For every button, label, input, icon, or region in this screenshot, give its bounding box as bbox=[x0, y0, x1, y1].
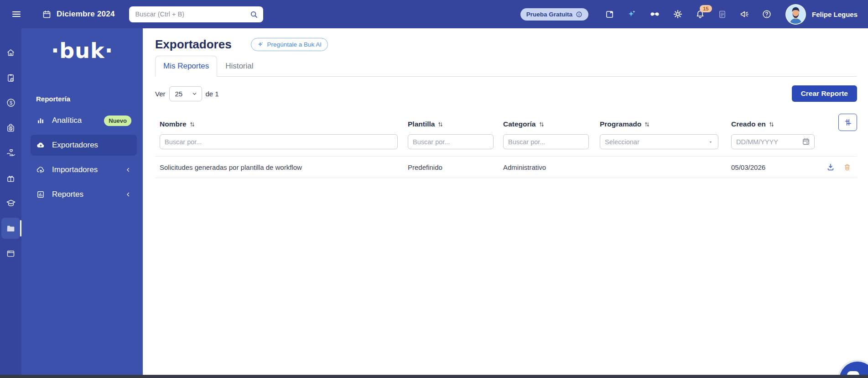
filter-plantilla-input[interactable] bbox=[408, 134, 494, 149]
global-search bbox=[129, 6, 263, 22]
clipboard-clock-icon[interactable] bbox=[1, 67, 20, 88]
table-header-row: Nombre Plantilla Categoría Programado bbox=[155, 113, 857, 128]
chevron-left-icon[interactable] bbox=[125, 191, 131, 198]
topbar: Diciembre 2024 Prueba Gratuita bbox=[0, 0, 868, 28]
sidebar: ·buk· Reportería Analítica Nuevo Exporta… bbox=[21, 28, 143, 378]
ask-buk-ai-button[interactable]: Pregúntale a Buk AI bbox=[251, 38, 328, 51]
bottom-strip bbox=[0, 375, 868, 378]
sort-icon[interactable] bbox=[539, 121, 545, 127]
filter-creado-input[interactable] bbox=[731, 134, 815, 149]
table-row[interactable]: Solicitudes generadas por plantilla de w… bbox=[155, 157, 857, 178]
page-size-suffix: de 1 bbox=[206, 90, 219, 98]
graduation-cap-icon[interactable] bbox=[1, 193, 20, 214]
sidebar-nav: Analítica Nuevo Exportadores Importadore… bbox=[21, 110, 143, 205]
notification-count-badge: 15 bbox=[700, 5, 712, 12]
sidebar-item-exportadores[interactable]: Exportadores bbox=[31, 135, 137, 156]
table-filter-row: Seleccionar bbox=[155, 134, 857, 157]
folder-icon[interactable] bbox=[1, 218, 20, 239]
shell: $ ·buk· Reportería bbox=[0, 28, 868, 378]
page-size-prefix: Ver bbox=[155, 90, 166, 98]
page-title: Exportadores bbox=[155, 37, 232, 52]
search-icon[interactable] bbox=[249, 10, 259, 19]
filter-programado-select[interactable]: Seleccionar bbox=[600, 134, 718, 149]
megaphone-icon[interactable] bbox=[739, 9, 749, 19]
cell-creado-en: 05/03/2026 bbox=[731, 163, 820, 171]
ask-buk-ai-label: Pregúntale a Buk AI bbox=[267, 41, 322, 48]
gear-icon[interactable] bbox=[673, 9, 683, 19]
column-header-nombre: Nombre bbox=[160, 120, 402, 128]
buk-app: Diciembre 2024 Prueba Gratuita bbox=[0, 0, 868, 378]
trash-icon[interactable] bbox=[843, 163, 852, 172]
filter-categoria-input[interactable] bbox=[503, 134, 589, 149]
avatar[interactable] bbox=[785, 4, 806, 25]
info-icon bbox=[576, 11, 582, 18]
sidebar-section-label: Reportería bbox=[36, 95, 143, 103]
reports-table: Nombre Plantilla Categoría Programado bbox=[155, 113, 857, 178]
window-icon[interactable] bbox=[1, 243, 20, 264]
column-header-creado-en: Creado en bbox=[731, 120, 820, 128]
cloud-download-icon bbox=[36, 141, 46, 150]
sidebar-item-importadores[interactable]: Importadores bbox=[31, 159, 137, 180]
sidebar-item-label: Reportes bbox=[52, 190, 83, 199]
page-size-value: 25 bbox=[175, 90, 183, 98]
caret-down-icon bbox=[192, 91, 198, 97]
trial-badge-label: Prueba Gratuita bbox=[526, 11, 572, 18]
calendar-icon bbox=[42, 10, 52, 19]
cloud-upload-icon bbox=[36, 165, 46, 175]
download-icon[interactable] bbox=[826, 163, 835, 172]
column-header-programado: Programado bbox=[600, 120, 726, 128]
sort-icon[interactable] bbox=[437, 121, 443, 127]
bookmark-icon[interactable] bbox=[605, 10, 614, 19]
sort-icon[interactable] bbox=[644, 121, 650, 127]
sort-icon[interactable] bbox=[769, 121, 774, 127]
toolbar: Ver 25 de 1 Crear Reporte bbox=[155, 85, 857, 102]
hand-heart-icon[interactable] bbox=[1, 142, 20, 163]
buk-logo: ·buk· bbox=[21, 38, 143, 63]
sidebar-item-analitica[interactable]: Analítica Nuevo bbox=[31, 110, 137, 131]
sort-icon[interactable] bbox=[189, 121, 195, 127]
home-icon[interactable] bbox=[1, 42, 20, 63]
page-size-control: Ver 25 de 1 bbox=[155, 86, 219, 101]
mustache-icon[interactable] bbox=[649, 9, 660, 20]
column-settings-button[interactable] bbox=[838, 114, 857, 131]
column-header-plantilla: Plantilla bbox=[408, 120, 498, 128]
search-input[interactable] bbox=[129, 6, 263, 22]
period-selector[interactable]: Diciembre 2024 bbox=[42, 10, 115, 19]
menu-icon[interactable] bbox=[11, 9, 22, 20]
sidebar-item-reportes[interactable]: Reportes bbox=[31, 184, 137, 205]
document-icon[interactable] bbox=[717, 10, 727, 19]
dropdown-caret-icon bbox=[708, 139, 713, 145]
sidebar-item-label: Exportadores bbox=[52, 141, 98, 150]
report-chart-icon bbox=[36, 190, 46, 199]
gift-icon[interactable] bbox=[1, 168, 20, 189]
bag-clock-icon[interactable] bbox=[1, 117, 20, 138]
chevron-left-icon[interactable] bbox=[125, 167, 131, 173]
cell-nombre: Solicitudes generadas por plantilla de w… bbox=[160, 163, 402, 171]
new-badge: Nuevo bbox=[104, 116, 131, 126]
sidebar-item-label: Analítica bbox=[52, 116, 82, 125]
help-icon[interactable] bbox=[762, 9, 772, 19]
column-header-categoria: Categoría bbox=[503, 120, 594, 128]
coin-icon[interactable]: $ bbox=[1, 92, 20, 113]
row-actions bbox=[826, 163, 857, 172]
user-name[interactable]: Felipe Legues bbox=[812, 10, 858, 18]
tabs: Mis Reportes Historial bbox=[155, 56, 857, 77]
ai-sparkle-icon bbox=[257, 41, 264, 48]
filter-creado-date bbox=[731, 134, 815, 149]
cell-plantilla: Predefinido bbox=[408, 163, 498, 171]
filter-nombre-input[interactable] bbox=[160, 134, 398, 149]
notifications: 15 bbox=[695, 9, 705, 19]
svg-text:$: $ bbox=[9, 100, 12, 105]
page-size-select[interactable]: 25 bbox=[169, 86, 202, 101]
create-report-button[interactable]: Crear Reporte bbox=[792, 85, 857, 102]
cell-categoria: Administrativo bbox=[503, 163, 594, 171]
tab-mis-reportes[interactable]: Mis Reportes bbox=[155, 56, 217, 77]
sidebar-item-label: Importadores bbox=[52, 165, 98, 174]
main-content: Exportadores Pregúntale a Buk AI Mis Rep… bbox=[143, 28, 868, 378]
sparkle-icon[interactable] bbox=[627, 9, 637, 19]
icon-rail: $ bbox=[0, 28, 21, 378]
trial-badge[interactable]: Prueba Gratuita bbox=[520, 8, 588, 21]
tab-historial[interactable]: Historial bbox=[217, 56, 261, 76]
topbar-actions: Prueba Gratuita 15 bbox=[520, 4, 858, 25]
period-label: Diciembre 2024 bbox=[57, 10, 115, 19]
